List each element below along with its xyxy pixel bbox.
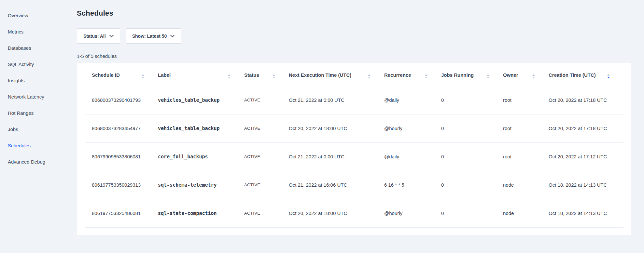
show-filter-dropdown[interactable]: Show: Latest 50 bbox=[126, 28, 181, 44]
cell-jobs-running: 0 bbox=[441, 142, 503, 171]
cell-jobs-running: 0 bbox=[441, 114, 503, 142]
cell-owner: node bbox=[503, 171, 549, 199]
column-label: Creation Time (UTC) bbox=[549, 72, 596, 80]
column-header-next-execution-time-utc[interactable]: Next Execution Time (UTC) bbox=[289, 63, 384, 86]
cell-label: vehicles_table_backup bbox=[158, 86, 244, 114]
cell-label: sql-schema-telemetry bbox=[158, 171, 244, 199]
status-filter-dropdown[interactable]: Status: All bbox=[77, 28, 120, 44]
sidebar-item-overview[interactable]: Overview bbox=[0, 7, 77, 23]
sort-arrows-icon bbox=[368, 74, 371, 78]
sidebar-item-hot-ranges[interactable]: Hot Ranges bbox=[0, 105, 77, 121]
column-header-status[interactable]: Status bbox=[244, 63, 289, 86]
sort-arrows-icon bbox=[487, 74, 489, 78]
cell-creation-time: Oct 18, 2022 at 14:13 UTC bbox=[549, 199, 623, 227]
chevron-down-icon bbox=[170, 35, 175, 37]
cell-recurrence: @daily bbox=[384, 86, 441, 114]
sidebar-item-databases[interactable]: Databases bbox=[0, 40, 77, 56]
sort-arrows-icon bbox=[532, 74, 535, 78]
column-label: Owner bbox=[503, 72, 518, 80]
cell-schedule-id: 806800373290401793 bbox=[85, 86, 158, 114]
sort-arrows-icon bbox=[607, 74, 610, 78]
cell-next-execution: Oct 21, 2022 at 0:00 UTC bbox=[289, 142, 384, 171]
cell-recurrence: @hourly bbox=[384, 199, 441, 227]
sidebar-item-network-latency[interactable]: Network Latency bbox=[0, 88, 77, 105]
cell-next-execution: Oct 20, 2022 at 18:00 UTC bbox=[289, 114, 384, 142]
results-count: 1-5 of 5 schedules bbox=[77, 53, 644, 59]
column-label: Status bbox=[244, 72, 259, 80]
column-label: Schedule ID bbox=[92, 72, 120, 80]
cell-schedule-id: 806800373283454977 bbox=[85, 114, 158, 142]
chevron-down-icon bbox=[109, 35, 114, 37]
sort-arrows-icon bbox=[142, 74, 144, 78]
sidebar-item-schedules[interactable]: Schedules bbox=[0, 137, 77, 153]
page-title: Schedules bbox=[77, 9, 644, 18]
cell-next-execution: Oct 21, 2022 at 0:00 UTC bbox=[289, 86, 384, 114]
show-filter-label: Show: Latest 50 bbox=[132, 33, 167, 39]
main-content: Schedules Status: All Show: Latest 50 1-… bbox=[77, 0, 644, 235]
column-header-schedule-id[interactable]: Schedule ID bbox=[85, 63, 158, 86]
sort-arrows-icon bbox=[228, 74, 231, 78]
table-row: 806800373290401793vehicles_table_backupA… bbox=[85, 86, 623, 114]
cell-status: ACTIVE bbox=[244, 199, 289, 227]
column-label: Jobs Running bbox=[441, 72, 474, 80]
cell-recurrence: @hourly bbox=[384, 114, 441, 142]
column-header-recurrence[interactable]: Recurrence bbox=[384, 63, 441, 86]
column-header-label[interactable]: Label bbox=[158, 63, 244, 86]
column-label: Recurrence bbox=[384, 72, 411, 80]
cell-status: ACTIVE bbox=[244, 171, 289, 199]
cell-status: ACTIVE bbox=[244, 142, 289, 171]
column-header-jobs-running[interactable]: Jobs Running bbox=[441, 63, 503, 86]
cell-recurrence: 6 16 * * 5 bbox=[384, 171, 441, 199]
cell-owner: root bbox=[503, 142, 549, 171]
table-body: 806800373290401793vehicles_table_backupA… bbox=[85, 86, 623, 227]
cell-jobs-running: 0 bbox=[441, 199, 503, 227]
status-filter-label: Status: All bbox=[83, 33, 106, 39]
sidebar-item-sql-activity[interactable]: SQL Activity bbox=[0, 56, 77, 72]
cell-creation-time: Oct 20, 2022 at 17:18 UTC bbox=[549, 86, 623, 114]
cell-jobs-running: 0 bbox=[441, 86, 503, 114]
sidebar-item-advanced-debug[interactable]: Advanced Debug bbox=[0, 153, 77, 170]
cell-owner: root bbox=[503, 114, 549, 142]
cell-jobs-running: 0 bbox=[441, 171, 503, 199]
sidebar-item-jobs[interactable]: Jobs bbox=[0, 121, 77, 137]
cell-owner: root bbox=[503, 86, 549, 114]
cell-label: vehicles_table_backup bbox=[158, 114, 244, 142]
cell-schedule-id: 806197753350029313 bbox=[85, 171, 158, 199]
table-row: 806197753325486081sql-stats-compactionAC… bbox=[85, 199, 623, 227]
cell-creation-time: Oct 20, 2022 at 17:12 UTC bbox=[549, 142, 623, 171]
column-header-creation-time-utc[interactable]: Creation Time (UTC) bbox=[549, 63, 623, 86]
cell-status: ACTIVE bbox=[244, 86, 289, 114]
table-header-row: Schedule IDLabelStatusNext Execution Tim… bbox=[85, 63, 623, 86]
cell-owner: node bbox=[503, 199, 549, 227]
filter-bar: Status: All Show: Latest 50 bbox=[77, 28, 644, 44]
cell-status: ACTIVE bbox=[244, 114, 289, 142]
cell-schedule-id: 806197753325486081 bbox=[85, 199, 158, 227]
sidebar-item-metrics[interactable]: Metrics bbox=[0, 23, 77, 40]
table-row: 806800373283454977vehicles_table_backupA… bbox=[85, 114, 623, 142]
sort-arrows-icon bbox=[425, 74, 427, 78]
column-label: Next Execution Time (UTC) bbox=[289, 72, 351, 80]
column-header-owner[interactable]: Owner bbox=[503, 63, 549, 86]
schedules-table-card: Schedule IDLabelStatusNext Execution Tim… bbox=[77, 63, 631, 235]
column-label: Label bbox=[158, 72, 171, 80]
sidebar: OverviewMetricsDatabasesSQL ActivityInsi… bbox=[0, 0, 77, 253]
table-row: 806197753350029313sql-schema-telemetryAC… bbox=[85, 171, 623, 199]
cell-label: sql-stats-compaction bbox=[158, 199, 244, 227]
cell-next-execution: Oct 20, 2022 at 18:00 UTC bbox=[289, 199, 384, 227]
sidebar-item-insights[interactable]: Insights bbox=[0, 72, 77, 88]
sort-arrows-icon bbox=[273, 74, 275, 78]
cell-label: core_full_backups bbox=[158, 142, 244, 171]
cell-schedule-id: 806799098533806081 bbox=[85, 142, 158, 171]
cell-creation-time: Oct 18, 2022 at 14:13 UTC bbox=[549, 171, 623, 199]
cell-creation-time: Oct 20, 2022 at 17:18 UTC bbox=[549, 114, 623, 142]
cell-next-execution: Oct 21, 2022 at 16:06 UTC bbox=[289, 171, 384, 199]
schedules-table: Schedule IDLabelStatusNext Execution Tim… bbox=[85, 63, 623, 228]
cell-recurrence: @daily bbox=[384, 142, 441, 171]
table-row: 806799098533806081core_full_backupsACTIV… bbox=[85, 142, 623, 171]
